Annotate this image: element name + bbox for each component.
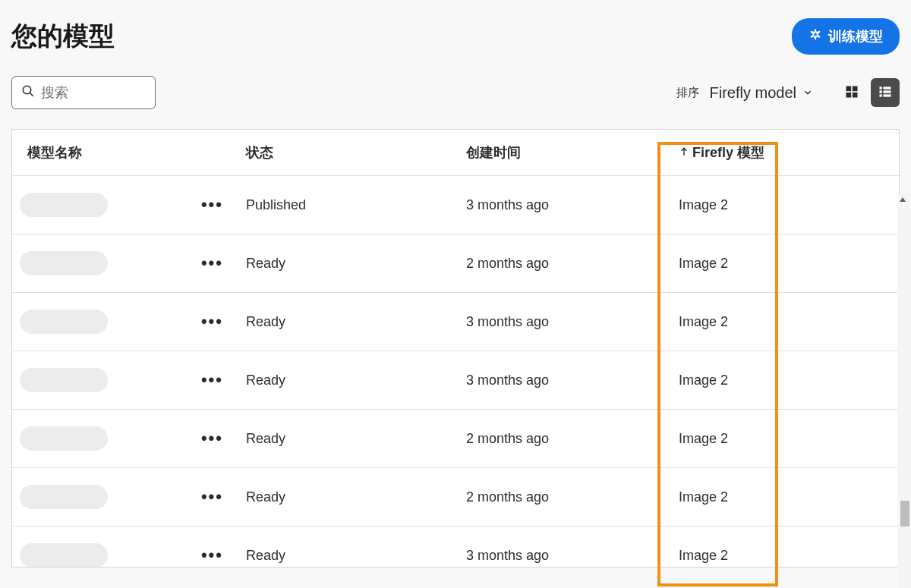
sparkle-icon	[809, 28, 822, 46]
svg-rect-3	[853, 86, 858, 91]
sort-selected-value: Firefly model	[710, 84, 796, 102]
grid-view-button[interactable]	[837, 78, 866, 107]
table-row[interactable]: •••Ready3 months agoImage 2	[12, 292, 899, 351]
svg-rect-5	[853, 92, 858, 97]
cell-created: 3 months ago	[466, 548, 679, 564]
column-header-name[interactable]: 模型名称	[20, 143, 246, 162]
chevron-down-icon	[802, 84, 813, 102]
list-icon	[878, 84, 893, 102]
cell-created: 2 months ago	[466, 256, 679, 272]
svg-point-0	[23, 86, 31, 94]
cell-model: Image 2	[679, 548, 868, 564]
svg-rect-4	[846, 92, 852, 97]
cell-name: •••	[20, 310, 246, 334]
cell-model: Image 2	[679, 431, 868, 447]
svg-rect-9	[884, 90, 891, 93]
cell-created: 2 months ago	[466, 431, 679, 447]
table-body: •••Published3 months agoImage 2•••Ready2…	[12, 175, 899, 567]
more-actions-button[interactable]: •••	[201, 547, 223, 564]
name-placeholder	[20, 310, 108, 334]
table-row[interactable]: •••Published3 months agoImage 2	[12, 175, 899, 234]
more-actions-button[interactable]: •••	[201, 313, 223, 330]
name-placeholder	[20, 193, 108, 217]
more-actions-button[interactable]: •••	[201, 489, 223, 505]
cell-model: Image 2	[679, 197, 868, 213]
search-input[interactable]	[41, 85, 217, 101]
cell-created: 3 months ago	[466, 314, 679, 330]
scrollbar-track[interactable]	[897, 193, 911, 588]
scrollbar-thumb[interactable]	[900, 501, 909, 527]
search-icon	[21, 84, 41, 101]
arrow-up-icon	[679, 145, 689, 161]
list-view-button[interactable]	[871, 78, 900, 107]
svg-rect-6	[880, 86, 882, 89]
svg-rect-7	[884, 86, 891, 89]
cell-name: •••	[20, 368, 246, 392]
table-row[interactable]: •••Ready2 months agoImage 2	[12, 234, 899, 292]
svg-rect-10	[880, 94, 882, 96]
cell-created: 2 months ago	[466, 489, 679, 505]
cell-status: Ready	[246, 548, 466, 564]
cell-model: Image 2	[679, 373, 868, 388]
more-actions-button[interactable]: •••	[201, 197, 223, 213]
name-placeholder	[20, 426, 108, 451]
svg-rect-2	[846, 86, 852, 91]
table-row[interactable]: •••Ready2 months agoImage 2	[12, 467, 899, 526]
cell-name: •••	[20, 543, 246, 567]
models-table: 模型名称 状态 创建时间 Firefly 模型 •••Published3 mo…	[11, 129, 900, 568]
cell-status: Ready	[246, 314, 466, 330]
cell-name: •••	[20, 193, 246, 217]
name-placeholder	[20, 543, 108, 567]
table-header-row: 模型名称 状态 创建时间 Firefly 模型	[12, 130, 899, 175]
cell-created: 3 months ago	[466, 197, 679, 213]
svg-rect-11	[884, 94, 891, 96]
more-actions-button[interactable]: •••	[201, 430, 223, 447]
cell-status: Published	[246, 197, 466, 213]
train-button-label: 训练模型	[828, 27, 883, 46]
cell-created: 3 months ago	[466, 373, 679, 388]
sort-dropdown[interactable]: Firefly model	[710, 84, 813, 102]
svg-line-1	[30, 93, 33, 96]
name-placeholder	[20, 485, 108, 509]
cell-status: Ready	[246, 373, 466, 388]
sort-label: 排序	[676, 86, 699, 100]
scrollbar-arrow-up-icon[interactable]	[898, 193, 910, 206]
cell-model: Image 2	[679, 489, 868, 505]
column-header-created[interactable]: 创建时间	[466, 143, 679, 162]
cell-status: Ready	[246, 431, 466, 447]
cell-model: Image 2	[679, 314, 868, 330]
search-input-container[interactable]	[11, 76, 156, 109]
cell-name: •••	[20, 426, 246, 451]
name-placeholder	[20, 251, 108, 275]
column-header-status[interactable]: 状态	[246, 143, 466, 162]
more-actions-button[interactable]: •••	[201, 255, 223, 272]
svg-rect-8	[880, 90, 882, 93]
page-title: 您的模型	[11, 19, 115, 54]
svg-marker-13	[900, 197, 906, 202]
grid-icon	[844, 84, 859, 102]
train-model-button[interactable]: 训练模型	[792, 18, 900, 55]
name-placeholder	[20, 368, 108, 392]
cell-name: •••	[20, 251, 246, 275]
cell-name: •••	[20, 485, 246, 509]
more-actions-button[interactable]: •••	[201, 372, 223, 388]
cell-status: Ready	[246, 256, 466, 272]
cell-status: Ready	[246, 489, 466, 505]
table-row[interactable]: •••Ready3 months agoImage 2	[12, 526, 899, 567]
column-header-model[interactable]: Firefly 模型	[679, 143, 868, 162]
table-row[interactable]: •••Ready2 months agoImage 2	[12, 409, 899, 467]
table-row[interactable]: •••Ready3 months agoImage 2	[12, 351, 899, 409]
cell-model: Image 2	[679, 256, 868, 272]
